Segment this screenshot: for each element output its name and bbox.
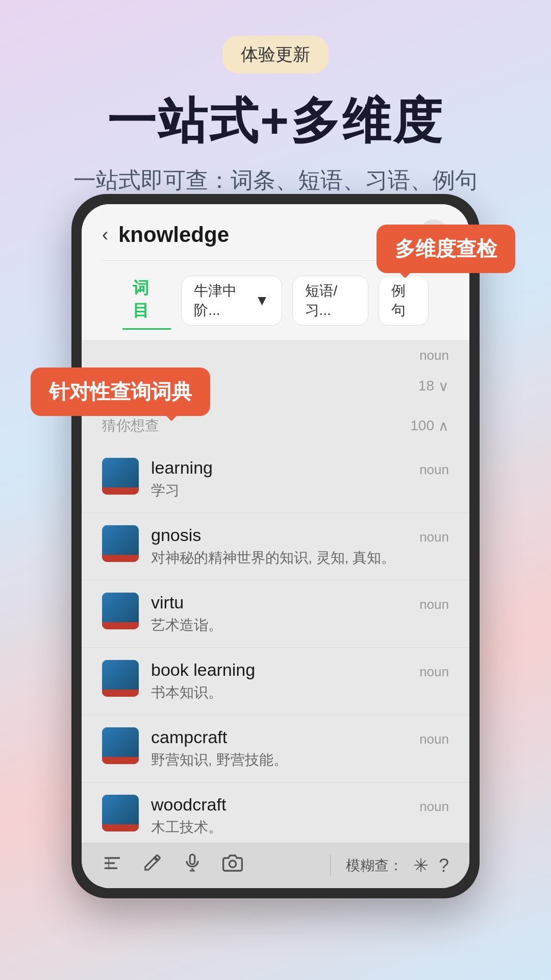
word-meaning: 木工技术。 <box>151 818 419 837</box>
similar-count: 18 ∨ <box>418 378 449 395</box>
word-info: woodcraft 木工技术。 <box>151 795 419 837</box>
phone-outer: ‹ knowledge 词目 牛津中阶... ▼ <box>71 194 480 898</box>
word-type: noun <box>419 462 449 478</box>
tab-phrases[interactable]: 短语/习... <box>292 276 368 326</box>
pencil-icon[interactable] <box>143 853 162 878</box>
toolbar-right: 模糊查： ✳ ? <box>330 855 449 876</box>
list-item[interactable]: virtu 艺术造诣。 noun <box>82 580 469 648</box>
vague-search-label: 模糊查： <box>346 856 403 875</box>
top-section: 体验更新 一站式+多维度 一站式即可查：词条、短语、习语、例句 <box>0 0 551 195</box>
word-list: learning 学习 noun gnosis 对神秘的精神世界的知识, 灵知,… <box>82 446 469 843</box>
word-icon <box>102 525 139 562</box>
word-meaning: 对神秘的精神世界的知识, 灵知, 真知。 <box>151 548 419 568</box>
main-title: 一站式+多维度 <box>0 89 551 155</box>
phone-mockup: ‹ knowledge 词目 牛津中阶... ▼ <box>71 194 480 898</box>
noun-section-label: noun <box>82 340 469 366</box>
word-type: noun <box>419 597 449 612</box>
chevron-up-icon: ∧ <box>438 418 449 434</box>
asterisk-icon[interactable]: ✳ <box>413 855 429 876</box>
word-name: woodcraft <box>151 795 419 815</box>
svg-rect-6 <box>190 854 195 864</box>
word-info: campcraft 野营知识, 野营技能。 <box>151 727 419 770</box>
word-info: learning 学习 <box>151 458 419 500</box>
word-icon <box>102 795 139 831</box>
sub-title: 一站式即可查：词条、短语、习语、例句 <box>0 165 551 195</box>
tooltip-multidim: 多维度查检 <box>377 225 515 273</box>
tab-words[interactable]: 词目 <box>122 271 171 330</box>
word-type: noun <box>419 731 449 747</box>
word-meaning: 书本知识。 <box>151 683 419 702</box>
mic-icon[interactable] <box>183 853 202 878</box>
svg-point-9 <box>229 861 236 867</box>
chevron-down-icon: ∨ <box>438 378 449 395</box>
word-icon <box>102 593 139 629</box>
guesses-count: 100 ∧ <box>410 418 449 434</box>
word-info: gnosis 对神秘的精神世界的知识, 灵知, 真知。 <box>151 525 419 568</box>
update-badge: 体验更新 <box>222 36 329 74</box>
menu-icon[interactable] <box>102 853 122 878</box>
word-name: gnosis <box>151 525 419 545</box>
phone-toolbar: 模糊查： ✳ ? <box>82 843 469 888</box>
list-item[interactable]: gnosis 对神秘的精神世界的知识, 灵知, 真知。 noun <box>82 513 469 580</box>
word-icon <box>102 660 139 697</box>
chevron-down-icon: ▼ <box>255 292 269 309</box>
word-icon <box>102 727 139 764</box>
list-item[interactable]: campcraft 野营知识, 野营技能。 noun <box>82 715 469 782</box>
list-item[interactable]: book learning 书本知识。 noun <box>82 648 469 715</box>
tooltip-dict: 针对性查询词典 <box>31 368 210 416</box>
word-name: campcraft <box>151 727 419 747</box>
word-icon <box>102 458 139 495</box>
list-item[interactable]: learning 学习 noun <box>82 446 469 513</box>
phone-screen: ‹ knowledge 词目 牛津中阶... ▼ <box>82 204 469 888</box>
word-name: learning <box>151 458 419 478</box>
toolbar-left <box>102 853 243 878</box>
back-arrow-icon[interactable]: ‹ <box>102 224 108 246</box>
word-meaning: 学习 <box>151 481 419 500</box>
word-type: noun <box>419 529 449 545</box>
list-item[interactable]: woodcraft 木工技术。 noun <box>82 782 469 843</box>
search-word: knowledge <box>118 223 418 247</box>
question-icon[interactable]: ? <box>439 855 449 876</box>
word-meaning: 野营知识, 野营技能。 <box>151 750 419 770</box>
word-name: virtu <box>151 593 419 612</box>
word-info: virtu 艺术造诣。 <box>151 593 419 635</box>
word-name: book learning <box>151 660 419 680</box>
tab-dictionary-dropdown[interactable]: 牛津中阶... ▼ <box>181 276 282 326</box>
word-type: noun <box>419 664 449 680</box>
guesses-label: 猜你想查 <box>102 416 159 435</box>
word-info: book learning 书本知识。 <box>151 660 419 702</box>
word-type: noun <box>419 799 449 815</box>
camera-icon[interactable] <box>222 853 243 878</box>
word-meaning: 艺术造诣。 <box>151 616 419 635</box>
